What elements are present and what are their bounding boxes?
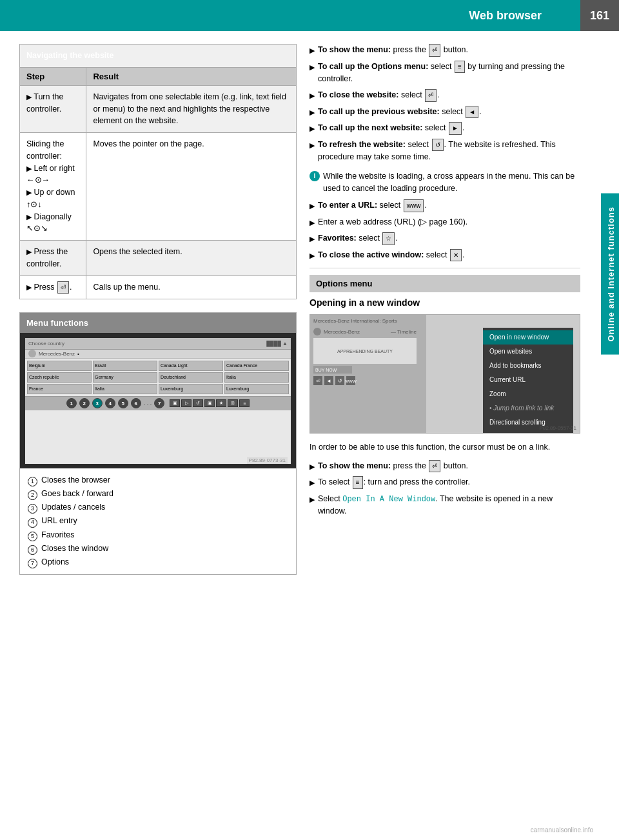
browser-bottom-bar: 1 2 3 4 5 6 - - - 7 ▣ ▷ ↺ ▣ ★ <box>25 396 291 410</box>
bullet-item: ▶ To close the website: select ⏎. <box>310 89 580 102</box>
grid-cell: Czech republic <box>27 372 92 383</box>
table-cell-result: Navigates from one selectable item (e.g.… <box>86 85 297 132</box>
opening-title: Opening in a new window <box>310 297 580 308</box>
bullet-arrow-icon: ▶ <box>310 461 315 472</box>
bullet-arrow-icon: ▶ <box>310 107 315 118</box>
bullet-text: To enter a URL: select www. <box>318 199 580 212</box>
list-item: 5 Favorites <box>28 528 288 542</box>
list-item-text: Goes back / forward <box>41 487 113 501</box>
side-tab-label: Online and Internet functions <box>601 194 619 355</box>
list-item: 6 Closes the window <box>28 542 288 555</box>
bullet-arrow-icon: ▶ <box>310 250 315 261</box>
bottom-icon-sq2: ▷ <box>181 399 192 407</box>
bullet-arrow-icon: ▶ <box>310 45 315 56</box>
bullet-arrow-icon: ▶ <box>310 201 315 212</box>
bullet-item: ▶ Enter a web address (URL) (▷ page 160)… <box>310 216 580 228</box>
grid-cell: Canada France <box>224 361 289 371</box>
bullet-text: Enter a web address (URL) (▷ page 160). <box>318 216 580 228</box>
bullets-section-2: ▶ To enter a URL: select www. ▶ Enter a … <box>310 199 580 261</box>
browser-address-row: Mercedes-Benz • <box>25 350 291 359</box>
circle-num-2: 2 <box>28 490 37 500</box>
bullet-item: ▶ To close the active window: select ✕. <box>310 249 580 262</box>
browser-sim: Choose country ████ ▲ Mercedes-Benz • Be… <box>25 338 291 464</box>
menu-functions-box: Menu functions Choose country ████ ▲ Mer… <box>19 312 297 575</box>
table-cell-step: Sliding the control­ler: ▶ Left or right… <box>20 133 86 241</box>
info-icon: i <box>310 171 320 181</box>
icon-4: 4 <box>105 398 115 408</box>
bottom-icon-sq7: ≡ <box>239 399 250 407</box>
context-menu-screenshot: Mercedes-Benz International: Sports Merc… <box>310 314 580 434</box>
bullet-text: Select Open In A New Window. The website… <box>318 493 580 518</box>
col-result: Result <box>86 67 297 85</box>
circle-num-5: 5 <box>28 532 37 541</box>
table-cell-result: Moves the pointer on the page. <box>86 133 297 241</box>
table-row: Sliding the control­ler: ▶ Left or right… <box>20 133 297 241</box>
bullet-item: ▶ To enter a URL: select www. <box>310 199 580 212</box>
right-column: ▶ To show the menu: press the ⏎ button. … <box>310 44 600 585</box>
left-column: Navigating the website Step Result ▶ Tur… <box>19 44 297 585</box>
bottom-icon-sq4: ▣ <box>204 399 215 407</box>
bullet-text: To refresh the website: select ↺. The we… <box>318 139 580 164</box>
pb-code2: P82.89-0557-31 <box>540 425 576 431</box>
list-item-text: Closes the window <box>41 542 108 555</box>
bullet-text: To call up the previous website: select … <box>318 106 580 119</box>
grid-cell: Luxemburg <box>224 384 289 394</box>
bullet-arrow-icon: ▶ <box>310 62 315 73</box>
footer-watermark: carmanualsonline.info <box>531 826 593 834</box>
list-item-text: Closes the browser <box>41 474 110 487</box>
table-row: ▶ Press the control­ler. Opens the selec… <box>20 241 297 276</box>
grid-cell: Italia <box>93 384 157 394</box>
grid-cell: Belgium <box>27 361 92 371</box>
list-item-text: Favorites <box>41 528 74 542</box>
bullet-text: To show the menu: press the ⏎ button. <box>318 460 580 473</box>
menu-functions-header: Menu functions <box>20 313 296 333</box>
numbered-list: 1 Closes the browser 2 Goes back / forwa… <box>20 468 296 575</box>
page-number: 161 <box>580 0 619 31</box>
pb-code: P82.89-0773-31 <box>247 457 288 464</box>
bullet-arrow-icon: ▶ <box>310 477 315 488</box>
main-content: Navigating the website Step Result ▶ Tur… <box>0 31 619 597</box>
bullet-text: To close the website: select ⏎. <box>318 89 580 102</box>
context-menu-item-zoom: Zoom <box>483 387 573 401</box>
grid-cell: France <box>27 384 92 394</box>
circle-num-4: 4 <box>28 518 37 528</box>
context-menu-item-jump: • Jump from link to link <box>483 401 573 415</box>
bg-sim-text: Mercedes-Benz International: Sports <box>313 318 397 324</box>
bottom-icon-sq3: ↺ <box>193 399 203 407</box>
circle-num-7: 7 <box>28 559 37 568</box>
info-block: i While the website is loading, a cross … <box>310 170 580 195</box>
header-bar: Web browser 161 <box>0 0 619 31</box>
bullet-item: ▶ Favorites: select ☆. <box>310 232 580 245</box>
bullets-section-3: ▶ To show the menu: press the ⏎ button. … <box>310 460 580 518</box>
bullet-item: ▶ To call up the Options menu: select ≡ … <box>310 61 580 86</box>
table-cell-step: ▶ Press the control­ler. <box>20 241 86 276</box>
context-menu-overlay: Open in new window Open websites Add to … <box>483 328 573 434</box>
bullet-text: To call up the next website: select ►. <box>318 122 580 135</box>
bullet-text: To close the active window: select ✕. <box>318 249 580 262</box>
options-menu-header: Options menu <box>310 275 580 292</box>
bullet-item: ▶ Select Open In A New Window. The websi… <box>310 493 580 518</box>
bullet-arrow-icon: ▶ <box>310 90 315 101</box>
table-row: ▶ Press ⏎. Calls up the menu. <box>20 275 297 299</box>
nav-table: Navigating the website Step Result ▶ Tur… <box>19 44 297 299</box>
bullet-text: To show the menu: press the ⏎ button. <box>318 44 580 57</box>
page-title: Web browser <box>0 9 580 23</box>
bullet-item: ▶ To refresh the website: select ↺. The … <box>310 139 580 164</box>
bullet-item: ▶ To call up the previous website: selec… <box>310 106 580 119</box>
list-item: 1 Closes the browser <box>28 474 288 487</box>
list-item: 4 URL entry <box>28 514 288 528</box>
list-item-text: Options <box>41 555 69 569</box>
col-step: Step <box>20 67 86 85</box>
bullet-arrow-icon: ▶ <box>310 494 315 505</box>
bullet-item: ▶ To call up the next website: select ►. <box>310 122 580 135</box>
bottom-icon-sq: ▣ <box>170 399 180 407</box>
bg-sim-left: Mercedes-Benz International: Sports Merc… <box>310 315 426 434</box>
context-menu-item-bookmarks: Add to bookmarks <box>483 359 573 373</box>
icon-6: 6 <box>131 398 141 408</box>
opening-desc: In order to be able to use this function… <box>310 441 580 454</box>
grid-cell: Deutschland <box>159 372 223 383</box>
bullet-arrow-icon: ▶ <box>310 140 315 151</box>
info-text: While the website is loading, a cross ap… <box>323 170 580 195</box>
bullet-arrow-icon: ▶ <box>310 217 315 228</box>
list-item: 2 Goes back / forward <box>28 487 288 501</box>
